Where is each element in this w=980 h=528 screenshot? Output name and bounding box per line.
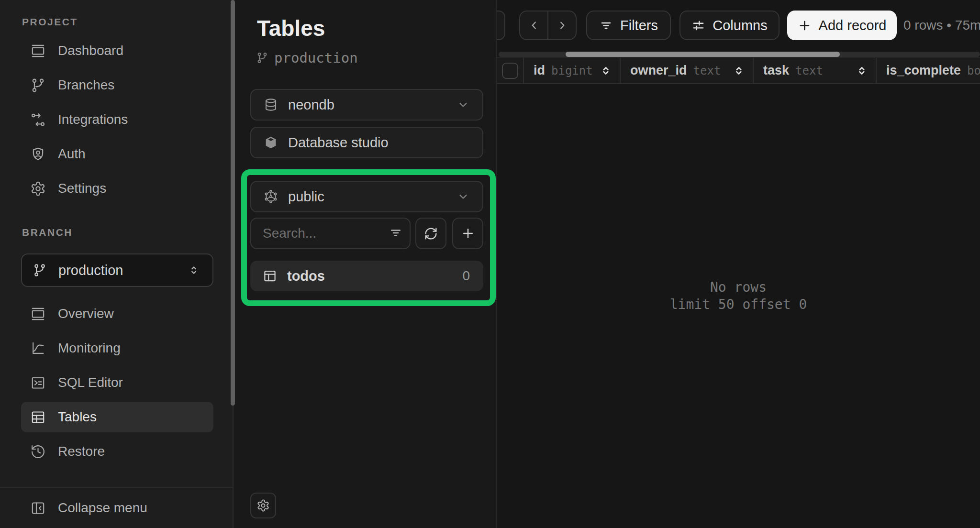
columns-button[interactable]: Columns [679,11,780,40]
project-section-label: PROJECT [22,16,233,28]
columns-button-label: Columns [713,18,767,33]
sidebar-item-label: Restore [58,444,105,459]
columns-sliders-icon [691,19,705,33]
refresh-icon [424,227,438,241]
sidebar-item-label: Auth [58,146,86,162]
schema-icon [264,189,278,204]
column-type: text [795,64,823,77]
filters-button[interactable]: Filters [586,11,671,40]
add-record-button[interactable]: Add record [787,11,897,40]
search-input[interactable] [250,218,411,249]
sidebar-item-sql-editor[interactable]: SQL Editor [21,367,213,398]
plus-icon [461,226,475,241]
sidebar-item-tables[interactable]: Tables [21,402,213,432]
sort-icon[interactable] [733,65,745,77]
monitoring-icon [30,341,46,356]
sidebar-item-dashboard[interactable]: Dashboard [21,35,213,66]
dashboard-icon [30,43,46,59]
auth-shield-icon [30,146,46,162]
chevrons-up-down-icon [188,264,200,276]
horizontal-scrollbar-thumb[interactable] [566,52,840,57]
sidebar-item-label: Monitoring [58,341,121,356]
sidebar-item-monitoring[interactable]: Monitoring [21,333,213,363]
refresh-button[interactable] [415,218,446,249]
sidebar-footer: Collapse menu [0,487,233,528]
gear-icon [256,499,270,512]
sidebar-item-overview[interactable]: Overview [21,298,213,329]
sidebar-item-restore[interactable]: Restore [21,436,213,467]
horizontal-scrollbar [499,52,980,57]
column-header-task[interactable]: task text [754,58,877,83]
column-header-owner-id[interactable]: owner_id text [621,58,754,83]
sidebar-item-label: Settings [58,181,106,196]
sidebar-item-label: Tables [58,409,97,425]
sidebar-item-branches[interactable]: Branches [21,70,213,100]
column-name: id [534,63,545,78]
grid-header: id bigint owner_id text task text [497,57,980,84]
app-root: PROJECT Dashboard Branches Integrations … [0,0,980,528]
pagination-control [519,11,577,40]
chevron-down-icon [457,98,470,111]
column-header-id[interactable]: id bigint [524,58,621,83]
sidebar-scrollbar-thumb[interactable] [231,0,235,406]
page-title: Tables [257,14,325,42]
column-name: is_complete [886,63,961,78]
row-count-status: 0 rows • 75ms [903,18,980,33]
integrations-icon [30,112,46,128]
sidebar-item-label: Dashboard [58,43,123,58]
column-type: bool [967,64,980,77]
chevron-down-icon [457,190,470,203]
database-icon [264,98,278,112]
table-list-item-todos[interactable]: todos 0 [250,261,483,291]
data-view: Filters Columns Add record 0 rows • 75ms… [496,0,980,528]
add-record-label: Add record [819,18,887,33]
branch-selector-value: production [58,263,176,278]
branch-selector[interactable]: production [21,253,213,287]
database-selector[interactable]: neondb [250,89,483,121]
schema-selector-value: public [288,189,446,205]
database-selector-value: neondb [288,97,446,113]
sidebar-item-label: Integrations [58,112,128,127]
column-type: bigint [551,64,593,77]
table-search [250,218,411,249]
column-header-is-complete[interactable]: is_complete bool [877,58,980,83]
table-row-count: 0 [462,268,470,284]
empty-state-primary: No rows [497,279,980,296]
overview-icon [30,306,46,322]
sidebar-item-label: Branches [58,77,114,93]
branch-icon [256,52,268,64]
tables-panel: Tables production neondb Database studio [234,0,496,528]
database-studio-label: Database studio [288,135,470,151]
sql-editor-icon [30,375,46,391]
branch-section-label: BRANCH [22,227,233,238]
next-page-button[interactable] [547,11,576,39]
add-table-button[interactable] [452,218,483,249]
toolbar-cutoff-button[interactable] [496,11,505,40]
column-name: owner_id [630,63,687,78]
breadcrumb: production [256,50,358,66]
sidebar: PROJECT Dashboard Branches Integrations … [0,0,234,528]
sidebar-item-auth[interactable]: Auth [21,139,213,169]
database-studio-button[interactable]: Database studio [250,127,483,158]
schema-selector[interactable]: public [250,181,483,212]
sidebar-item-label: SQL Editor [58,375,123,390]
sidebar-item-settings[interactable]: Settings [21,173,213,204]
filter-icon [599,19,613,33]
collapse-panel-icon [30,500,46,516]
empty-state-secondary: limit 50 offset 0 [497,296,980,313]
chevron-left-icon [528,19,540,32]
select-all-cell [497,58,524,83]
branch-icon [33,263,47,277]
sort-icon[interactable] [600,65,612,77]
tables-icon [30,409,46,425]
select-all-checkbox[interactable] [502,63,518,79]
prev-page-button[interactable] [520,11,547,39]
panel-settings-button[interactable] [250,493,276,518]
sort-icon[interactable] [856,65,868,77]
gear-icon [30,181,46,197]
filter-icon[interactable] [389,226,403,240]
collapse-menu-button[interactable]: Collapse menu [0,487,233,528]
table-name: todos [287,268,452,284]
sidebar-item-integrations[interactable]: Integrations [21,104,213,135]
empty-state: No rows limit 50 offset 0 [497,279,980,313]
